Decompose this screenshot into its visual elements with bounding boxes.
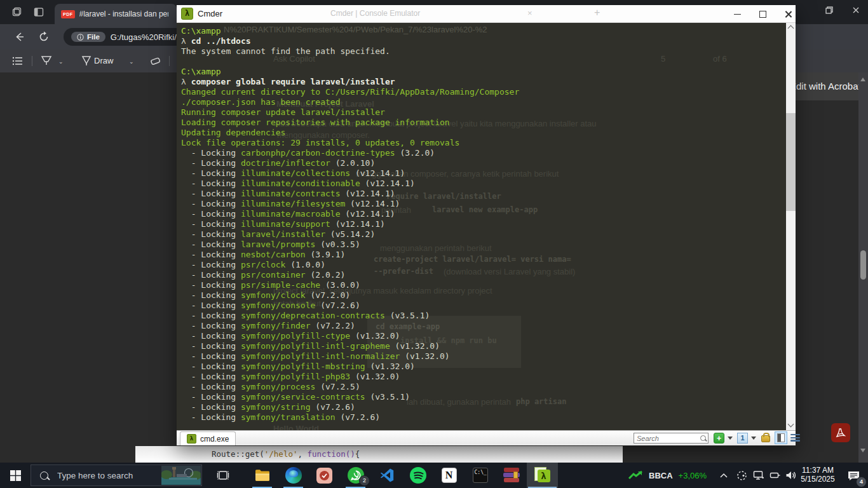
volume-icon: [785, 470, 797, 480]
taskbar-cmder-active[interactable]: λ: [527, 463, 558, 488]
clock-date: 5/15/2025: [798, 475, 837, 484]
taskbar-winrar[interactable]: [496, 463, 527, 488]
console-search-box[interactable]: [634, 433, 709, 444]
table-of-contents-icon[interactable]: [11, 55, 24, 70]
cmder-logo-icon: λ: [181, 8, 193, 20]
terminal-line: - Locking carbonphp/carbon-doctrine-type…: [181, 148, 519, 158]
terminal-line: - Locking laravel/installer (v5.14.2): [181, 229, 519, 240]
browser-restore-icon[interactable]: [825, 6, 834, 17]
close-button[interactable]: [775, 5, 801, 23]
maximize-icon: [759, 11, 766, 18]
terminal-line: - Locking laravel/prompts (v0.3.5): [181, 240, 519, 250]
terminal-line: C:\xampp: [181, 26, 519, 36]
pdf-scroll-up-icon[interactable]: [860, 78, 865, 81]
scroll-down-icon[interactable]: [787, 421, 794, 428]
taskbar-command-prompt[interactable]: C:\_: [465, 463, 496, 488]
terminal-line: - Locking illuminate/filesystem (v12.14.…: [181, 199, 519, 209]
console-list-dropdown-icon[interactable]: [751, 437, 756, 440]
panel-icon: [777, 433, 785, 442]
tray-network[interactable]: [750, 463, 767, 488]
active-console-button[interactable]: 1: [737, 433, 748, 444]
browser-close-icon[interactable]: [851, 6, 860, 17]
terminal[interactable]: N%20PRAKTIKUM/Semester%204/PWeb/Pekan_7/…: [177, 23, 796, 430]
terminal-line: - Locking symfony/console (v7.2.6): [181, 301, 519, 311]
cmder-status-bar: λ cmd.exe + 1: [177, 430, 796, 445]
terminal-scrollbar-thumb[interactable]: [786, 113, 796, 211]
ghost-text: of 6: [713, 54, 727, 64]
acrobat-float-icon[interactable]: [831, 423, 850, 442]
tray-expand-button[interactable]: [715, 463, 732, 488]
tray-pen-device[interactable]: [767, 463, 783, 488]
taskbar-file-explorer[interactable]: [247, 463, 278, 488]
new-console-dropdown-icon[interactable]: [728, 437, 733, 440]
taskbar-notion[interactable]: N: [433, 463, 465, 488]
taskbar-spotify[interactable]: [402, 463, 433, 488]
terminal-line: Running composer update laravel/installe…: [181, 107, 519, 118]
pdf-scrollbar[interactable]: [858, 72, 868, 463]
draw-pen-icon[interactable]: [80, 55, 93, 70]
search-icon: [700, 435, 706, 441]
vertical-tabs-icon[interactable]: [33, 6, 44, 18]
terminal-line: - Locking symfony/clock (v7.2.0): [181, 290, 519, 301]
stock-widget[interactable]: BBCA +3,06%: [628, 463, 707, 488]
edge-icon: [285, 467, 302, 484]
bing-daily-image[interactable]: [161, 466, 201, 485]
stock-change: +3,06%: [679, 471, 707, 480]
console-tab-cmd[interactable]: λ cmd.exe: [180, 431, 236, 445]
back-icon[interactable]: [14, 31, 25, 45]
terminal-line: Changed current directory to C:/Users/Ri…: [181, 87, 519, 97]
ghost-text: Hello World: [273, 424, 319, 430]
vscode-icon: [379, 468, 395, 483]
tray-sync-app[interactable]: [733, 463, 750, 488]
workspaces-icon[interactable]: [11, 6, 23, 18]
task-view-button[interactable]: [208, 463, 238, 488]
cmder-title-bar[interactable]: λ Cmder Cmder | Console Emulator × +: [177, 5, 796, 23]
terminal-line: λ composer global require laravel/instal…: [181, 77, 519, 87]
terminal-line: C:\xampp: [181, 67, 519, 77]
terminal-line: - Locking psr/clock (1.0.0): [181, 260, 519, 270]
taskbar-search-box[interactable]: [31, 464, 202, 486]
minimize-button[interactable]: [724, 5, 750, 23]
taskbar-vscode[interactable]: [371, 463, 402, 488]
pen-device-icon: [770, 471, 781, 480]
draw-label[interactable]: Draw: [94, 56, 113, 65]
eraser-icon[interactable]: [149, 55, 163, 70]
cmd-tab-label: cmd.exe: [200, 435, 229, 444]
terminal-line: - Locking symfony/polyfill-intl-normaliz…: [181, 351, 519, 362]
browser-tab-active[interactable]: PDF #laravel - installasi dan penge: [55, 4, 177, 24]
console-search-input[interactable]: [635, 433, 699, 444]
scroll-up-icon[interactable]: [787, 25, 794, 32]
terminal-line: The system cannot find the path specifie…: [181, 46, 519, 57]
clock-time: 11:37 AM: [798, 466, 837, 475]
terminal-line: - Locking illuminate/macroable (v12.14.1…: [181, 209, 519, 219]
terminal-scrollbar[interactable]: [786, 23, 796, 430]
file-scheme-badge: File: [71, 32, 105, 42]
ghost-text: php artisan: [516, 397, 566, 406]
taskbar-todo-check-app[interactable]: [309, 463, 340, 488]
task-view-icon: [217, 470, 229, 481]
cmder-icon: λ: [534, 467, 551, 484]
highlighter-icon[interactable]: [39, 55, 53, 70]
taskbar-search-input[interactable]: [56, 470, 154, 481]
terminal-output: C:\xamppλ cd ../htdocsThe system cannot …: [181, 26, 519, 423]
taskbar-clock[interactable]: 11:37 AM 5/15/2025: [798, 463, 837, 488]
command-prompt-icon: C:\_: [473, 468, 488, 483]
tray-volume[interactable]: [783, 463, 799, 488]
pdf-scroll-down-icon[interactable]: [860, 449, 865, 452]
taskbar: N C:\_ λ BBCA +3,06%: [0, 463, 868, 488]
refresh-icon[interactable]: [38, 31, 50, 45]
menu-icon[interactable]: [790, 434, 800, 442]
maximize-button[interactable]: [750, 5, 775, 23]
ghost-new-tab-icon: +: [594, 7, 600, 18]
panel-toggle-button[interactable]: [775, 431, 787, 444]
taskbar-edge[interactable]: [278, 463, 309, 488]
lock-icon[interactable]: [761, 435, 770, 442]
pdf-scrollbar-thumb[interactable]: [860, 250, 866, 280]
notion-icon: N: [442, 468, 457, 483]
highlighter-dropdown-icon[interactable]: ⌄: [58, 58, 64, 64]
terminal-line: - Locking psr/simple-cache (3.0.0): [181, 280, 519, 290]
terminal-line: - Locking symfony/finder (v7.2.2): [181, 321, 519, 331]
new-console-button[interactable]: +: [714, 433, 724, 444]
start-button[interactable]: [0, 463, 31, 488]
draw-dropdown-icon[interactable]: ⌄: [129, 58, 134, 64]
